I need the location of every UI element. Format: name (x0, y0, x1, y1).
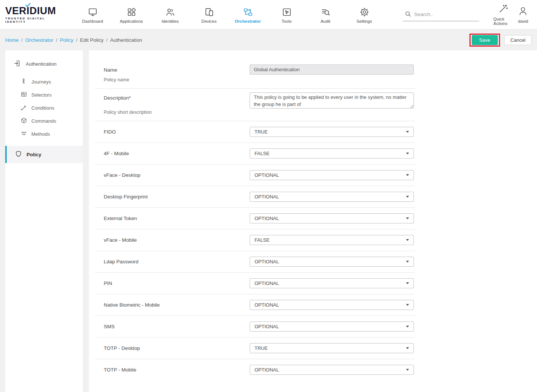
sidebar-item-label: Commands (31, 118, 56, 124)
chevron-down-icon (406, 131, 409, 133)
nav-item-tools[interactable]: Tools (267, 6, 306, 23)
nav-item-orchestrator[interactable]: Orchestrator (228, 6, 267, 23)
search-input[interactable] (414, 12, 478, 17)
nav-item-label: Orchestrator (235, 19, 261, 23)
chevron-down-icon (406, 347, 409, 349)
totp-desktop-select[interactable]: TRUE (250, 343, 414, 353)
breadcrumb-separator: / (56, 37, 57, 43)
pin-select[interactable]: OPTIONAL (250, 278, 414, 288)
native-biometric-mobile-select[interactable]: OPTIONAL (250, 300, 414, 310)
sidebar-subitems: Journeys Selectors Conditions Commands M… (5, 75, 83, 141)
cancel-button[interactable]: Cancel (504, 35, 532, 45)
logo-text-right: DIUM (29, 6, 56, 16)
breadcrumb-separator: / (76, 37, 78, 43)
breadcrumb-separator: / (106, 37, 107, 43)
topbar: Home / Orchestrator / Policy / Edit Poli… (0, 29, 537, 50)
form-row-pin: PIN OPTIONAL (95, 273, 415, 294)
vface-desktop-select[interactable]: OPTIONAL (250, 170, 414, 180)
field-label: SMS (104, 324, 250, 329)
conditions-icon (21, 104, 27, 112)
select-value: OPTIONAL (255, 324, 279, 329)
sms-select[interactable]: OPTIONAL (250, 322, 414, 332)
policy-shield-icon (15, 150, 22, 159)
policy-name-input[interactable] (250, 65, 414, 75)
fido-select[interactable]: TRUE (250, 127, 414, 137)
policy-form: Name Policy name Description* Policy sho… (89, 50, 537, 392)
journeys-icon (21, 78, 27, 86)
select-value: OPTIONAL (255, 216, 279, 221)
sidebar-item-conditions[interactable]: Conditions (5, 101, 83, 115)
form-row-fido: FIDO TRUE (95, 121, 415, 143)
chevron-down-icon (406, 369, 409, 371)
identities-icon (165, 7, 175, 17)
form-row-totp-desktop: TOTP - Desktop TRUE (95, 338, 415, 359)
veridium-logo[interactable]: VERIDIUM TRUSTED DIGITAL IDENTITY (5, 6, 56, 23)
field-label: vFace - Desktop (104, 172, 250, 178)
red-annotation-box: Save (469, 34, 500, 47)
audit-icon (321, 7, 331, 17)
chevron-down-icon (406, 304, 409, 306)
nav-item-label: Settings (356, 19, 372, 23)
breadcrumb-separator: / (21, 37, 23, 43)
select-value: TRUE (255, 129, 268, 135)
nav-item-settings[interactable]: Settings (345, 6, 384, 23)
chevron-down-icon (406, 153, 409, 154)
user-menu[interactable]: david (516, 6, 530, 23)
nav-item-devices[interactable]: Devices (190, 6, 228, 23)
field-label: Description* (104, 95, 250, 101)
sidebar-item-commands[interactable]: Commands (5, 115, 83, 128)
quick-actions-button[interactable]: Quick Actions (493, 4, 513, 26)
save-button[interactable]: Save (472, 35, 498, 45)
nav-item-dashboard[interactable]: Dashboard (73, 6, 112, 23)
4f-mobile-select[interactable]: FALSE (250, 148, 414, 159)
nav-item-applications[interactable]: Applications (112, 6, 151, 23)
sidebar-item-label: Policy (26, 152, 41, 157)
select-value: OPTIONAL (255, 302, 279, 308)
field-label: vFace - Mobile (104, 237, 250, 243)
methods-icon (21, 130, 27, 138)
main-nav: Dashboard Applications Identities Device… (73, 6, 384, 23)
select-value: FALSE (255, 151, 269, 156)
chevron-down-icon (406, 261, 409, 263)
field-label: FIDO (104, 129, 250, 135)
field-label: Desktop Fingerprint (104, 194, 250, 200)
gear-icon (359, 7, 369, 17)
field-label: 4F - Mobile (104, 151, 250, 156)
sidebar-item-journeys[interactable]: Journeys (5, 75, 83, 88)
chevron-down-icon (406, 282, 409, 284)
sidebar-item-label: Authentication (26, 61, 56, 67)
user-avatar-icon (518, 6, 528, 18)
authentication-icon (13, 60, 21, 68)
sidebar-item-methods[interactable]: Methods (5, 128, 83, 141)
sidebar: Authentication Journeys Selectors Condit… (5, 50, 83, 392)
devices-icon (204, 7, 214, 17)
breadcrumb-home[interactable]: Home (5, 37, 19, 43)
sidebar-item-authentication[interactable]: Authentication (5, 58, 83, 70)
check-icon (25, 3, 31, 7)
sidebar-item-label: Methods (31, 131, 50, 137)
form-row-desktop-fingerprint: Desktop Fingerprint OPTIONAL (95, 186, 415, 208)
desktop-fingerprint-select[interactable]: OPTIONAL (250, 192, 414, 202)
policy-description-textarea[interactable]: This policy is going to be applied to ev… (250, 92, 414, 109)
logo-letter-i: I (26, 6, 29, 16)
field-label: Name (104, 67, 250, 73)
vface-mobile-select[interactable]: FALSE (250, 235, 414, 245)
ldap-password-select[interactable]: OPTIONAL (250, 257, 414, 267)
breadcrumb-policy[interactable]: Policy (60, 37, 74, 43)
totp-mobile-select[interactable]: OPTIONAL (250, 365, 414, 375)
select-value: OPTIONAL (255, 280, 279, 286)
sidebar-item-selectors[interactable]: Selectors (5, 88, 83, 101)
nav-item-label: Dashboard (82, 19, 103, 23)
chevron-down-icon (406, 196, 409, 198)
nav-item-label: Audit (321, 19, 330, 23)
sidebar-item-policy[interactable]: Policy (5, 146, 83, 163)
field-label: Native Biometric - Mobile (104, 302, 250, 308)
nav-item-audit[interactable]: Audit (306, 6, 345, 23)
nav-item-identities[interactable]: Identities (151, 6, 190, 23)
external-token-select[interactable]: OPTIONAL (250, 213, 414, 223)
select-value: OPTIONAL (255, 172, 279, 178)
select-value: FALSE (255, 237, 269, 243)
tools-icon (282, 7, 292, 17)
chevron-down-icon (406, 326, 409, 327)
breadcrumb-orchestrator[interactable]: Orchestrator (25, 37, 53, 43)
